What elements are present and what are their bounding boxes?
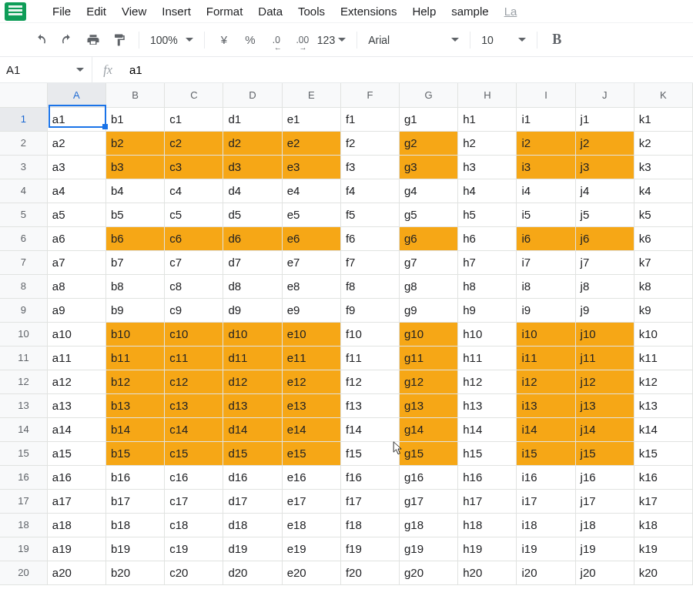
cell-F20[interactable]: f20 bbox=[340, 561, 399, 584]
sheets-logo[interactable] bbox=[5, 2, 45, 21]
row-header-7[interactable]: 7 bbox=[0, 250, 47, 274]
cell-G6[interactable]: g6 bbox=[400, 226, 458, 250]
cell-A1[interactable]: a1 bbox=[47, 107, 105, 131]
cell-B8[interactable]: b8 bbox=[106, 274, 165, 298]
cell-B6[interactable]: b6 bbox=[106, 226, 165, 250]
row-header-15[interactable]: 15 bbox=[0, 441, 47, 465]
cell-D18[interactable]: d18 bbox=[223, 513, 282, 537]
cell-F1[interactable]: f1 bbox=[340, 107, 399, 131]
menu-file[interactable]: File bbox=[45, 2, 79, 21]
cell-D12[interactable]: d12 bbox=[223, 370, 282, 393]
cell-B2[interactable]: b2 bbox=[106, 131, 165, 155]
cell-H3[interactable]: h3 bbox=[458, 155, 517, 179]
cell-G15[interactable]: g15 bbox=[400, 441, 458, 465]
name-box[interactable]: A1 bbox=[0, 57, 92, 83]
cell-C7[interactable]: c7 bbox=[165, 250, 223, 274]
cell-A3[interactable]: a3 bbox=[47, 155, 105, 179]
cell-K4[interactable]: k4 bbox=[634, 179, 692, 203]
cell-H9[interactable]: h9 bbox=[458, 298, 517, 322]
cell-A15[interactable]: a15 bbox=[47, 441, 105, 465]
cell-J3[interactable]: j3 bbox=[575, 155, 634, 179]
col-header-H[interactable]: H bbox=[458, 83, 517, 107]
cell-D11[interactable]: d11 bbox=[223, 346, 282, 370]
cell-E5[interactable]: e5 bbox=[282, 203, 340, 226]
cell-K2[interactable]: k2 bbox=[634, 131, 692, 155]
row-header-3[interactable]: 3 bbox=[0, 155, 47, 179]
col-header-E[interactable]: E bbox=[282, 83, 340, 107]
cell-I6[interactable]: i6 bbox=[517, 226, 575, 250]
cell-J9[interactable]: j9 bbox=[575, 298, 634, 322]
cell-A8[interactable]: a8 bbox=[47, 274, 105, 298]
cell-C17[interactable]: c17 bbox=[165, 489, 223, 513]
cell-I3[interactable]: i3 bbox=[517, 155, 575, 179]
cell-A10[interactable]: a10 bbox=[47, 322, 105, 346]
cell-C2[interactable]: c2 bbox=[165, 131, 223, 155]
cell-E3[interactable]: e3 bbox=[282, 155, 340, 179]
row-header-13[interactable]: 13 bbox=[0, 393, 47, 417]
cell-C10[interactable]: c10 bbox=[165, 322, 223, 346]
cell-E7[interactable]: e7 bbox=[282, 250, 340, 274]
cell-K14[interactable]: k14 bbox=[634, 417, 692, 441]
increase-decimals-button[interactable]: .00→ bbox=[291, 28, 314, 52]
cell-F15[interactable]: f15 bbox=[340, 441, 399, 465]
cell-B16[interactable]: b16 bbox=[106, 465, 165, 489]
cell-I5[interactable]: i5 bbox=[517, 203, 575, 226]
cell-C12[interactable]: c12 bbox=[165, 370, 223, 393]
cell-J18[interactable]: j18 bbox=[575, 513, 634, 537]
cell-H4[interactable]: h4 bbox=[458, 179, 517, 203]
formula-input[interactable] bbox=[123, 57, 693, 82]
cell-B13[interactable]: b13 bbox=[106, 393, 165, 417]
cell-H5[interactable]: h5 bbox=[458, 203, 517, 226]
cell-B15[interactable]: b15 bbox=[106, 441, 165, 465]
cell-A12[interactable]: a12 bbox=[47, 370, 105, 393]
currency-button[interactable]: ¥ bbox=[213, 28, 236, 52]
cell-I12[interactable]: i12 bbox=[517, 370, 575, 393]
cell-F12[interactable]: f12 bbox=[340, 370, 399, 393]
cell-G17[interactable]: g17 bbox=[400, 489, 458, 513]
cell-E19[interactable]: e19 bbox=[282, 537, 340, 561]
cell-H11[interactable]: h11 bbox=[458, 346, 517, 370]
cell-B10[interactable]: b10 bbox=[106, 322, 165, 346]
cell-A14[interactable]: a14 bbox=[47, 417, 105, 441]
row-header-4[interactable]: 4 bbox=[0, 179, 47, 203]
cell-C1[interactable]: c1 bbox=[165, 107, 223, 131]
row-header-10[interactable]: 10 bbox=[0, 322, 47, 346]
cell-A4[interactable]: a4 bbox=[47, 179, 105, 203]
row-header-18[interactable]: 18 bbox=[0, 513, 47, 537]
cell-H12[interactable]: h12 bbox=[458, 370, 517, 393]
cell-J1[interactable]: j1 bbox=[575, 107, 634, 131]
menu-format[interactable]: Format bbox=[199, 2, 251, 21]
cell-H6[interactable]: h6 bbox=[458, 226, 517, 250]
cell-E20[interactable]: e20 bbox=[282, 561, 340, 584]
cell-H18[interactable]: h18 bbox=[458, 513, 517, 537]
cell-C4[interactable]: c4 bbox=[165, 179, 223, 203]
cell-G2[interactable]: g2 bbox=[400, 131, 458, 155]
cell-I17[interactable]: i17 bbox=[517, 489, 575, 513]
cell-A19[interactable]: a19 bbox=[47, 537, 105, 561]
col-header-K[interactable]: K bbox=[634, 83, 692, 107]
row-header-1[interactable]: 1 bbox=[0, 107, 47, 131]
cell-G16[interactable]: g16 bbox=[400, 465, 458, 489]
percent-button[interactable]: % bbox=[239, 28, 262, 52]
cell-E4[interactable]: e4 bbox=[282, 179, 340, 203]
col-header-D[interactable]: D bbox=[223, 83, 282, 107]
cell-E11[interactable]: e11 bbox=[282, 346, 340, 370]
cell-J20[interactable]: j20 bbox=[575, 561, 634, 584]
cell-D17[interactable]: d17 bbox=[223, 489, 282, 513]
cell-E10[interactable]: e10 bbox=[282, 322, 340, 346]
cell-F3[interactable]: f3 bbox=[340, 155, 399, 179]
cell-D16[interactable]: d16 bbox=[223, 465, 282, 489]
redo-button[interactable] bbox=[55, 28, 79, 52]
cell-B19[interactable]: b19 bbox=[106, 537, 165, 561]
cell-B18[interactable]: b18 bbox=[106, 513, 165, 537]
cell-I1[interactable]: i1 bbox=[517, 107, 575, 131]
print-button[interactable] bbox=[82, 28, 105, 52]
cell-I16[interactable]: i16 bbox=[517, 465, 575, 489]
cell-J19[interactable]: j19 bbox=[575, 537, 634, 561]
menu-insert[interactable]: Insert bbox=[154, 2, 199, 21]
cell-F7[interactable]: f7 bbox=[340, 250, 399, 274]
cell-B1[interactable]: b1 bbox=[106, 107, 165, 131]
undo-button[interactable] bbox=[29, 28, 52, 52]
cell-B12[interactable]: b12 bbox=[106, 370, 165, 393]
cell-H8[interactable]: h8 bbox=[458, 274, 517, 298]
